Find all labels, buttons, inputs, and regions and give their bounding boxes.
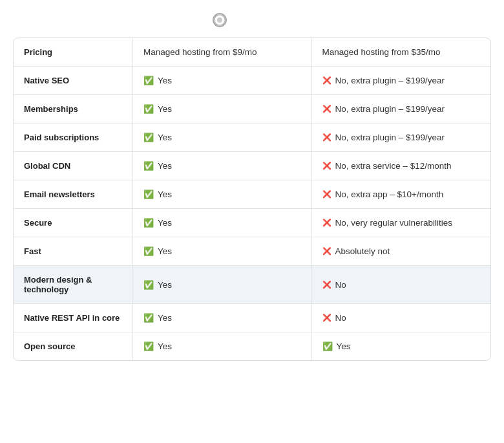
wp-value-text: No, extra plugin – $199/year xyxy=(335,76,445,85)
wp-value-text: Yes xyxy=(337,341,351,351)
check-icon: ✅ xyxy=(143,246,154,256)
table-row: Secure✅Yes❌No, very regular vulnerabilit… xyxy=(14,209,490,237)
check-icon: ✅ xyxy=(143,218,154,228)
wp-value-cell: ❌No, extra service – $12/month xyxy=(312,152,491,180)
ghost-value-cell: Managed hosting from $9/mo xyxy=(133,38,312,66)
wp-value-text: Absolutely not xyxy=(335,246,390,256)
feature-name-cell: Fast xyxy=(14,237,133,265)
wp-header xyxy=(312,13,492,27)
ghost-value-text: Yes xyxy=(158,76,172,85)
wp-value-text: No, extra service – $12/month xyxy=(335,161,452,171)
ghost-value-cell: ✅Yes xyxy=(133,209,312,237)
ghost-value-text: Yes xyxy=(158,218,172,228)
feature-name-cell: Open source xyxy=(14,332,133,360)
cross-icon: ❌ xyxy=(322,314,331,322)
ghost-value-text: Yes xyxy=(158,280,172,290)
ghost-value-cell: ✅Yes xyxy=(133,237,312,265)
wp-value-cell: ❌No, very regular vulnerabilities xyxy=(312,209,491,237)
svg-point-1 xyxy=(217,17,222,23)
check-icon: ✅ xyxy=(143,341,154,351)
table-row: Native SEO✅Yes❌No, extra plugin – $199/y… xyxy=(14,67,490,95)
table-row: Modern design & technology✅Yes❌No xyxy=(14,266,490,304)
wp-value-text: Managed hosting from $35/mo xyxy=(322,47,441,57)
wp-value-cell: ❌No xyxy=(312,266,491,303)
feature-name-cell: Secure xyxy=(14,209,133,237)
ghost-value-text: Yes xyxy=(158,161,172,171)
check-icon: ✅ xyxy=(143,161,154,171)
cross-icon: ❌ xyxy=(322,190,331,199)
table-row: Email newsletters✅Yes❌No, extra app – $1… xyxy=(14,180,490,209)
cross-icon: ❌ xyxy=(322,219,331,227)
wp-value-text: No, extra app – $10+/month xyxy=(335,189,444,199)
table-row: Memberships✅Yes❌No, extra plugin – $199/… xyxy=(14,95,490,124)
check-icon: ✅ xyxy=(143,76,154,85)
wp-value-text: No xyxy=(335,313,346,323)
ghost-value-cell: ✅Yes xyxy=(133,67,312,94)
cross-icon: ❌ xyxy=(322,247,331,255)
check-icon: ✅ xyxy=(143,104,154,114)
ghost-value-text: Yes xyxy=(158,133,172,142)
ghost-value-cell: ✅Yes xyxy=(133,304,312,332)
ghost-logo-icon xyxy=(213,13,227,27)
ghost-value-cell: ✅Yes xyxy=(133,180,312,208)
empty-header xyxy=(13,13,132,27)
wp-value-cell: ✅Yes xyxy=(312,332,491,360)
feature-name-cell: Pricing xyxy=(14,38,133,66)
check-icon: ✅ xyxy=(322,341,333,351)
cross-icon: ❌ xyxy=(322,162,331,170)
cross-icon: ❌ xyxy=(322,281,331,289)
table-row: PricingManaged hosting from $9/moManaged… xyxy=(14,38,490,67)
cross-icon: ❌ xyxy=(322,76,331,85)
wp-value-cell: ❌No, extra app – $10+/month xyxy=(312,180,491,208)
wp-value-text: No xyxy=(335,280,346,290)
ghost-value-cell: ✅Yes xyxy=(133,95,312,123)
ghost-value-cell: ✅Yes xyxy=(133,152,312,180)
ghost-value-cell: ✅Yes xyxy=(133,266,312,303)
wp-value-cell: ❌Absolutely not xyxy=(312,237,491,265)
table-row: Global CDN✅Yes❌No, extra service – $12/m… xyxy=(14,152,490,180)
wp-value-cell: ❌No, extra plugin – $199/year xyxy=(312,67,491,94)
check-icon: ✅ xyxy=(143,313,154,323)
header-row xyxy=(13,13,491,32)
wp-value-text: No, extra plugin – $199/year xyxy=(335,133,445,142)
cross-icon: ❌ xyxy=(322,105,331,113)
table-row: Native REST API in core✅Yes❌No xyxy=(14,304,490,332)
wp-value-cell: ❌No, extra plugin – $199/year xyxy=(312,124,491,151)
ghost-value-text: Yes xyxy=(158,341,172,351)
feature-name-cell: Paid subscriptions xyxy=(14,124,133,151)
cross-icon: ❌ xyxy=(322,133,331,142)
check-icon: ✅ xyxy=(143,133,154,142)
ghost-value-cell: ✅Yes xyxy=(133,124,312,151)
check-icon: ✅ xyxy=(143,280,154,290)
feature-name-cell: Global CDN xyxy=(14,152,133,180)
table-row: Open source✅Yes✅Yes xyxy=(14,332,490,360)
wp-value-text: No, extra plugin – $199/year xyxy=(335,104,445,114)
wp-value-cell: Managed hosting from $35/mo xyxy=(312,38,491,66)
table-row: Fast✅Yes❌Absolutely not xyxy=(14,237,490,266)
wp-value-text: No, very regular vulnerabilities xyxy=(335,218,453,228)
feature-name-cell: Email newsletters xyxy=(14,180,133,208)
feature-name-cell: Modern design & technology xyxy=(14,266,133,303)
ghost-value-text: Yes xyxy=(158,246,172,256)
wp-value-cell: ❌No xyxy=(312,304,491,332)
ghost-value-cell: ✅Yes xyxy=(133,332,312,360)
wp-value-cell: ❌No, extra plugin – $199/year xyxy=(312,95,491,123)
comparison-container: PricingManaged hosting from $9/moManaged… xyxy=(13,13,491,361)
check-icon: ✅ xyxy=(143,189,154,199)
ghost-value-text: Yes xyxy=(158,189,172,199)
feature-name-cell: Native REST API in core xyxy=(14,304,133,332)
comparison-table: PricingManaged hosting from $9/moManaged… xyxy=(13,38,491,361)
ghost-value-text: Yes xyxy=(158,313,172,323)
feature-name-cell: Native SEO xyxy=(14,67,133,94)
ghost-value-text: Managed hosting from $9/mo xyxy=(143,47,257,57)
ghost-header xyxy=(132,13,312,27)
ghost-value-text: Yes xyxy=(158,104,172,114)
feature-name-cell: Memberships xyxy=(14,95,133,123)
table-row: Paid subscriptions✅Yes❌No, extra plugin … xyxy=(14,124,490,152)
